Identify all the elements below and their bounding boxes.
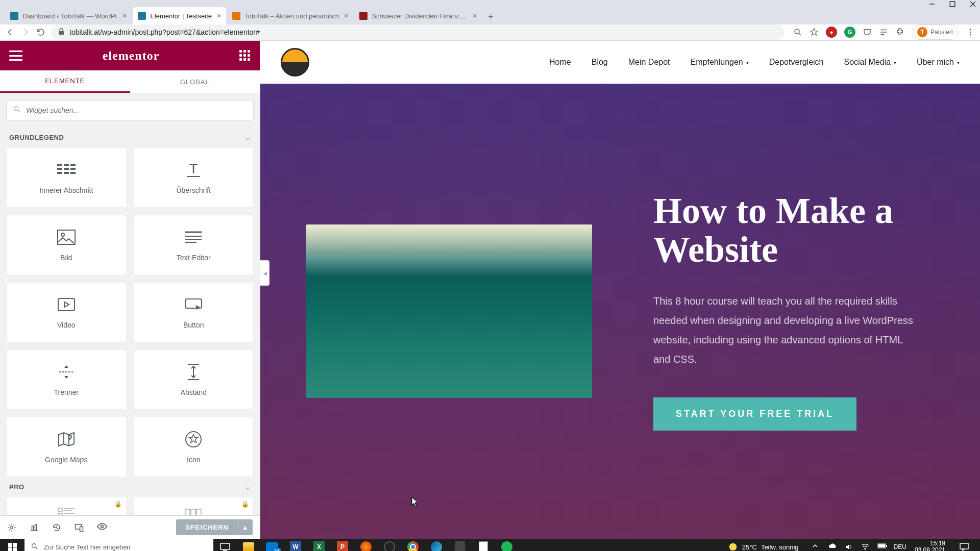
widget-divider[interactable]: Trenner <box>6 349 127 410</box>
nav-depot[interactable]: Mein Depot <box>628 58 670 67</box>
svg-rect-39 <box>58 508 62 511</box>
mail-badge: 24 <box>273 548 281 551</box>
new-tab-button[interactable]: + <box>483 9 498 24</box>
collapse-sidebar-button[interactable]: ◂ <box>260 260 270 286</box>
widgets-grid-icon[interactable] <box>239 50 251 61</box>
wifi-icon[interactable] <box>861 543 869 551</box>
close-icon[interactable]: × <box>122 12 127 20</box>
close-icon[interactable]: × <box>217 12 221 20</box>
svg-line-14 <box>18 110 19 112</box>
svg-rect-20 <box>70 168 76 170</box>
tab-elements[interactable]: ELEMENTE <box>0 70 130 93</box>
site-logo[interactable] <box>281 48 309 77</box>
star-icon[interactable] <box>810 28 819 37</box>
widget-pro-locked[interactable]: 🔒 <box>6 497 127 515</box>
nav-home[interactable]: Home <box>549 58 571 67</box>
reload-button[interactable] <box>36 27 46 37</box>
svg-rect-32 <box>58 298 75 311</box>
widget-pro-locked[interactable]: 🔒 <box>134 497 254 515</box>
widget-inner-section[interactable]: Innerer Abschnitt <box>6 147 127 208</box>
close-icon[interactable]: × <box>473 12 477 20</box>
widget-video[interactable]: Video <box>6 282 127 342</box>
responsive-icon[interactable] <box>75 523 84 532</box>
battery-icon[interactable] <box>877 543 886 551</box>
action-center-button[interactable] <box>953 539 975 551</box>
history-icon[interactable] <box>52 523 61 532</box>
browser-tab[interactable]: Elementor | Testseite× <box>133 7 226 24</box>
zoom-icon[interactable] <box>793 28 802 37</box>
window-close[interactable] <box>970 0 977 7</box>
widget-google-maps[interactable]: Google Maps <box>6 417 127 477</box>
clock[interactable]: 15:19 03.08.2021 <box>915 540 945 551</box>
taskbar-obs[interactable] <box>378 539 401 551</box>
tray-overflow-icon[interactable] <box>812 543 820 551</box>
tab-global[interactable]: GLOBAL <box>130 70 260 93</box>
taskbar-app[interactable] <box>354 539 378 551</box>
hero-description: This 8 hour course will teach you all th… <box>653 291 919 369</box>
onedrive-icon[interactable] <box>828 543 837 551</box>
language-indicator[interactable]: DEU <box>894 543 906 550</box>
cursor-icon <box>411 497 419 507</box>
widget-image[interactable]: Bild <box>6 215 127 275</box>
cta-button[interactable]: START YOUR FREE TRIAL <box>653 397 856 431</box>
taskbar-app[interactable] <box>448 539 472 551</box>
taskbar-excel[interactable]: X <box>307 539 331 551</box>
nav-about[interactable]: Über mich▾ <box>917 58 960 67</box>
taskbar-word[interactable]: W <box>284 539 307 551</box>
nav-compare[interactable]: Depotvergleich <box>769 58 824 67</box>
preview-icon[interactable] <box>97 523 106 532</box>
weather-temp: 25°C <box>742 543 757 551</box>
weather-widget[interactable]: 25°C Teilw. sonnig <box>728 542 799 551</box>
widget-text-editor[interactable]: Text-Editor <box>134 215 254 275</box>
taskbar-mail[interactable]: 24 <box>260 539 284 551</box>
window-minimize[interactable] <box>929 0 936 7</box>
widget-icon[interactable]: Icon <box>134 417 254 477</box>
taskbar-chrome[interactable] <box>401 539 425 551</box>
address-bar[interactable]: tobitalk.at/wp-admin/post.php?post=627&a… <box>51 24 784 40</box>
svg-text:T: T <box>189 161 198 177</box>
hero-video-thumbnail[interactable] <box>306 224 592 398</box>
menu-icon[interactable] <box>966 28 975 37</box>
taskbar-spotify[interactable] <box>495 539 519 551</box>
browser-tab[interactable]: Dashboard ‹ TobiTalk — WordPr× <box>5 7 132 24</box>
widget-spacer[interactable]: Abstand <box>134 349 254 410</box>
widget-heading[interactable]: T Überschrift <box>134 147 254 208</box>
browser-tab[interactable]: TobiTalk – Aktien und persönlich× <box>227 7 353 24</box>
widget-search-input[interactable] <box>26 106 247 114</box>
category-pro[interactable]: PRO ⌄ <box>0 477 260 497</box>
pocket-icon[interactable] <box>863 28 872 37</box>
widget-label: Google Maps <box>45 456 87 464</box>
hamburger-icon[interactable] <box>9 51 22 61</box>
widget-search[interactable] <box>6 100 254 120</box>
extension-icon[interactable]: ● <box>826 27 837 38</box>
window-maximize[interactable] <box>949 0 957 7</box>
svg-point-10 <box>970 29 971 30</box>
svg-rect-16 <box>64 164 69 166</box>
extensions-icon[interactable] <box>895 28 904 37</box>
browser-tab[interactable]: Schweizer Dividenden Finanzblo× <box>354 7 482 24</box>
nav-blog[interactable]: Blog <box>592 58 608 67</box>
taskbar-explorer[interactable] <box>237 539 260 551</box>
profile-paused[interactable]: T Pausiert <box>912 24 959 40</box>
navigator-icon[interactable] <box>30 523 39 532</box>
back-button[interactable] <box>5 27 15 37</box>
volume-icon[interactable] <box>845 543 853 551</box>
start-button[interactable] <box>0 539 24 551</box>
save-options-button[interactable]: ▴ <box>238 519 253 535</box>
extension-icon[interactable]: G <box>844 27 855 38</box>
nav-social[interactable]: Social Media▾ <box>844 58 896 67</box>
reading-list-icon[interactable] <box>879 28 888 37</box>
category-basic[interactable]: GRUNDLEGEND ⌄ <box>0 128 260 147</box>
taskbar-notepad[interactable] <box>472 539 495 551</box>
widget-label: Innerer Abschnitt <box>39 186 93 194</box>
save-button[interactable]: SPEICHERN <box>176 519 238 535</box>
close-icon[interactable]: × <box>344 12 348 20</box>
windows-search[interactable]: Zur Suche Text hier eingeben <box>24 539 213 551</box>
settings-icon[interactable] <box>7 523 16 532</box>
widget-button[interactable]: Button <box>134 282 254 342</box>
task-view-button[interactable] <box>213 539 237 551</box>
lock-icon <box>58 28 65 37</box>
taskbar-edge[interactable] <box>425 539 448 551</box>
taskbar-powerpoint[interactable]: P <box>331 539 354 551</box>
nav-recommendations[interactable]: Empfehlungen▾ <box>691 58 749 67</box>
